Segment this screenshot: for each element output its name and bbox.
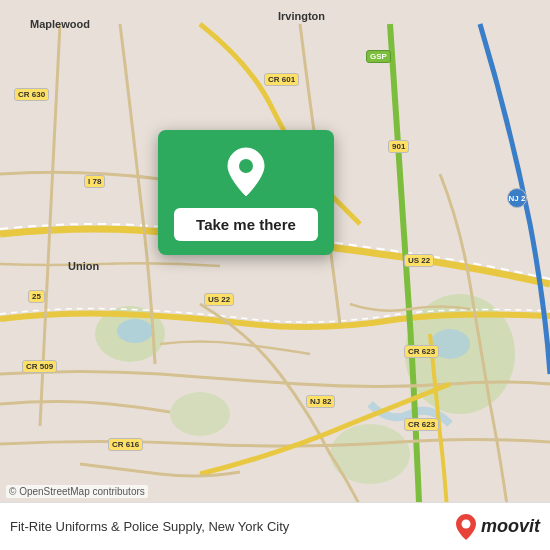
svg-point-3 [170, 392, 230, 436]
action-card: Take me there [158, 130, 334, 255]
badge-cr623-bot: CR 623 [404, 418, 439, 431]
location-label: Fit-Rite Uniforms & Police Supply, New Y… [10, 519, 455, 534]
location-pin-icon [224, 146, 268, 198]
moovit-wordmark: moovit [481, 516, 540, 537]
badge-901: 901 [388, 140, 409, 153]
badge-cr616: CR 616 [108, 438, 143, 451]
badge-cr630: CR 630 [14, 88, 49, 101]
svg-point-5 [117, 319, 153, 343]
bottom-bar: Fit-Rite Uniforms & Police Supply, New Y… [0, 502, 550, 550]
svg-point-8 [461, 519, 470, 528]
take-me-there-button[interactable]: Take me there [174, 208, 318, 241]
copyright-text: © OpenStreetMap contributors [6, 485, 148, 498]
badge-us22-right: US 22 [404, 254, 434, 267]
svg-point-7 [239, 159, 253, 173]
map-container: Maplewood Irvington Union CR 630 CR 601 … [0, 0, 550, 550]
moovit-pin-icon [455, 513, 477, 541]
location-icon-wrap [222, 148, 270, 196]
badge-us22: US 22 [204, 293, 234, 306]
badge-cr623-top: CR 623 [404, 345, 439, 358]
badge-cr509: CR 509 [22, 360, 57, 373]
badge-gsp: GSP [366, 50, 391, 63]
badge-nj82: NJ 82 [306, 395, 335, 408]
badge-i78-left: I 78 [84, 175, 105, 188]
badge-cr601: CR 601 [264, 73, 299, 86]
badge-us22-22: 25 [28, 290, 45, 303]
badge-nj2: NJ 2 [507, 188, 527, 208]
moovit-logo: moovit [455, 513, 540, 541]
